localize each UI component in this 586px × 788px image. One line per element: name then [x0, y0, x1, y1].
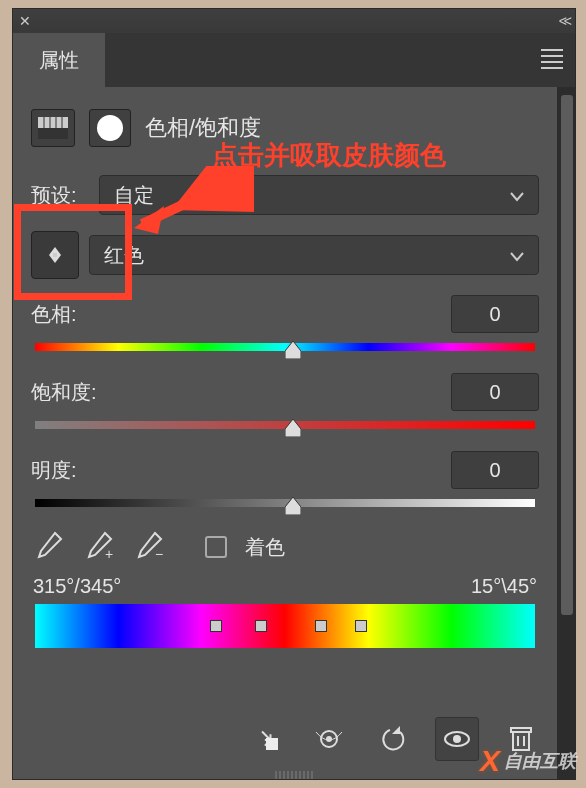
view-previous-state-icon[interactable]	[307, 717, 351, 761]
preset-label: 预设:	[31, 182, 89, 209]
spectrum-top[interactable]	[35, 604, 535, 626]
toggle-visibility-button[interactable]	[435, 717, 479, 761]
layer-mask-icon[interactable]	[89, 109, 131, 147]
collapse-icon[interactable]: <<	[559, 13, 569, 29]
panel-title-bar: ✕ <<	[13, 9, 575, 33]
panel-title: 色相/饱和度	[145, 113, 261, 143]
tab-strip: 属性	[13, 33, 575, 87]
targeted-adjustment-tool[interactable]	[31, 231, 79, 279]
saturation-input[interactable]	[451, 373, 539, 411]
range-handle[interactable]	[255, 620, 267, 632]
eyedropper-row: + − 着色	[33, 529, 539, 565]
range-handle[interactable]	[315, 620, 327, 632]
svg-rect-6	[53, 253, 57, 257]
preset-row: 预设: 自定	[31, 175, 539, 215]
svg-rect-17	[511, 728, 531, 732]
channel-select[interactable]: 红色	[89, 235, 539, 275]
saturation-slider-track[interactable]	[35, 421, 535, 429]
lightness-label: 明度:	[31, 457, 89, 484]
eyedropper-add-icon[interactable]: +	[83, 529, 115, 565]
range-handle[interactable]	[210, 620, 222, 632]
eyedropper-icon[interactable]	[33, 529, 65, 565]
properties-panel: ✕ << 属性 色相/饱和度 预设: 自定	[12, 8, 576, 780]
spectrum-handles[interactable]	[35, 624, 535, 634]
reset-icon[interactable]	[371, 717, 415, 761]
channel-value: 红色	[104, 242, 144, 269]
lightness-input[interactable]	[451, 451, 539, 489]
saturation-slider-group: 饱和度:	[31, 373, 539, 429]
scrollbar[interactable]	[557, 87, 575, 779]
tab-label: 属性	[39, 47, 79, 74]
scrollbar-thumb[interactable]	[561, 95, 573, 615]
hue-slider-thumb[interactable]	[285, 341, 301, 359]
range-right: 15°\45°	[471, 575, 537, 598]
saturation-slider-thumb[interactable]	[285, 419, 301, 437]
lightness-slider-track[interactable]	[35, 499, 535, 507]
lightness-slider-thumb[interactable]	[285, 497, 301, 515]
range-left: 315°/345°	[33, 575, 121, 598]
watermark: X 自由互联	[480, 744, 576, 778]
svg-text:+: +	[105, 546, 113, 561]
eyedropper-subtract-icon[interactable]: −	[133, 529, 165, 565]
svg-point-11	[326, 736, 332, 742]
svg-point-13	[453, 735, 461, 743]
watermark-text: 自由互联	[504, 749, 576, 773]
chevron-down-icon	[510, 184, 524, 207]
clip-to-layer-icon[interactable]	[243, 717, 287, 761]
tab-properties[interactable]: 属性	[13, 33, 105, 87]
color-spectrum-block	[35, 604, 535, 648]
hue-sat-icon	[31, 109, 75, 147]
svg-rect-0	[38, 128, 68, 139]
preset-select[interactable]: 自定	[99, 175, 539, 215]
hue-label: 色相:	[31, 301, 89, 328]
watermark-logo: X	[480, 744, 500, 778]
close-icon[interactable]: ✕	[19, 14, 33, 28]
panel-body: 色相/饱和度 预设: 自定 红色 色相:	[13, 87, 575, 779]
panel-content: 色相/饱和度 预设: 自定 红色 色相:	[13, 87, 557, 779]
saturation-label: 饱和度:	[31, 379, 117, 406]
svg-rect-9	[266, 738, 278, 750]
adjustment-header: 色相/饱和度	[31, 109, 539, 147]
hue-input[interactable]	[451, 295, 539, 333]
svg-rect-1	[38, 117, 68, 128]
hue-slider-track[interactable]	[35, 343, 535, 351]
resize-handle[interactable]	[239, 771, 349, 779]
channel-row: 红色	[31, 231, 539, 279]
colorize-checkbox[interactable]	[205, 536, 227, 558]
color-range-row: 315°/345° 15°\45°	[33, 575, 537, 598]
chevron-down-icon	[510, 244, 524, 267]
panel-menu-icon[interactable]	[541, 49, 563, 69]
lightness-slider-group: 明度:	[31, 451, 539, 507]
svg-text:−: −	[155, 546, 163, 561]
hue-slider-group: 色相:	[31, 295, 539, 351]
colorize-label: 着色	[245, 534, 285, 561]
preset-value: 自定	[114, 182, 154, 209]
bottom-toolbar	[13, 705, 557, 773]
range-handle[interactable]	[355, 620, 367, 632]
